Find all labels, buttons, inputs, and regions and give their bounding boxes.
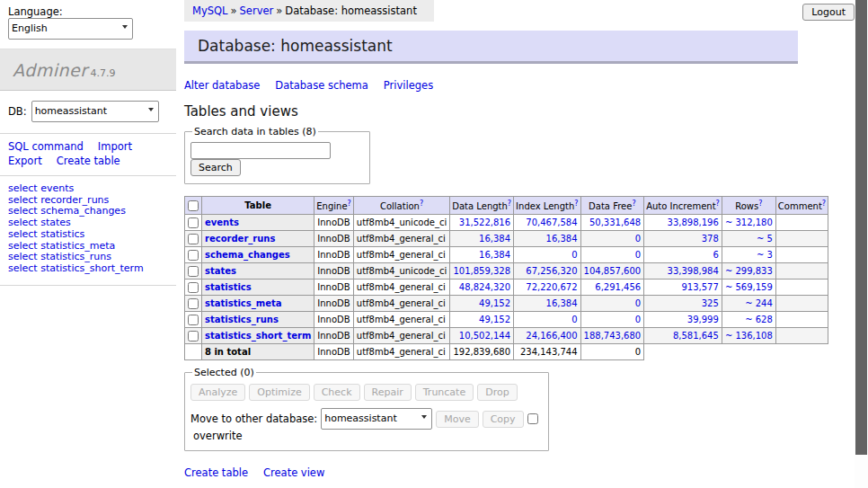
row-checkbox[interactable] bbox=[188, 234, 199, 244]
table-link[interactable]: statistics bbox=[205, 282, 252, 292]
row-checkbox[interactable] bbox=[188, 331, 199, 342]
db-select[interactable]: homeassistant bbox=[31, 101, 159, 122]
search-input[interactable] bbox=[190, 142, 331, 159]
sidebar-item-select-statistics[interactable]: select statistics bbox=[8, 228, 84, 240]
data-free-link[interactable]: 104,857,600 bbox=[584, 266, 642, 276]
overwrite-checkbox[interactable] bbox=[527, 413, 538, 424]
row-checkbox[interactable] bbox=[188, 217, 199, 228]
table-link[interactable]: events bbox=[205, 217, 239, 227]
auto-increment-link[interactable]: 8,581,645 bbox=[673, 331, 719, 341]
auto-increment-link[interactable]: 325 bbox=[702, 298, 719, 308]
index-length-link[interactable]: 0 bbox=[571, 315, 577, 324]
move-button[interactable]: Move bbox=[436, 411, 479, 428]
data-length-link[interactable]: 16,384 bbox=[479, 250, 510, 260]
breadcrumb-mysql-link[interactable]: MySQL bbox=[192, 4, 228, 17]
table-link[interactable]: statistics_runs bbox=[205, 315, 279, 324]
index-length-link[interactable]: 16,384 bbox=[546, 298, 578, 308]
privileges-link[interactable]: Privileges bbox=[384, 79, 433, 92]
data-free-link[interactable]: 188,743,680 bbox=[584, 331, 642, 341]
row-checkbox[interactable] bbox=[188, 282, 199, 293]
alter-database-link[interactable]: Alter database bbox=[184, 79, 260, 92]
sidebar-link-sql-command[interactable]: SQL command bbox=[8, 140, 84, 153]
data-free-link[interactable]: 0 bbox=[635, 250, 641, 260]
auto-increment-link[interactable]: 33,898,196 bbox=[668, 217, 719, 227]
index-length-link[interactable]: 67,256,320 bbox=[526, 266, 577, 276]
sidebar-link-import[interactable]: Import bbox=[98, 140, 132, 153]
auto-increment-link[interactable]: 378 bbox=[702, 234, 719, 244]
analyze-button[interactable]: Analyze bbox=[190, 384, 245, 401]
auto-increment-link[interactable]: 39,999 bbox=[687, 315, 719, 324]
database-schema-link[interactable]: Database schema bbox=[275, 79, 368, 92]
rows-count-link[interactable]: ~ 244 bbox=[745, 298, 773, 308]
rows-count-link[interactable]: ~ 569,159 bbox=[725, 282, 773, 292]
truncate-button[interactable]: Truncate bbox=[415, 384, 474, 401]
table-link[interactable]: recorder_runs bbox=[205, 234, 275, 244]
table-link[interactable]: states bbox=[205, 266, 236, 276]
table-link[interactable]: statistics_short_term bbox=[205, 331, 311, 341]
help-link-icon[interactable]: ? bbox=[758, 200, 762, 208]
rows-count-link[interactable]: ~ 3 bbox=[757, 250, 773, 260]
data-length-link[interactable]: 31,522,816 bbox=[459, 217, 510, 227]
table-link[interactable]: schema_changes bbox=[205, 250, 290, 260]
data-length-link[interactable]: 48,824,320 bbox=[459, 282, 510, 292]
optimize-button[interactable]: Optimize bbox=[249, 384, 309, 401]
help-link-icon[interactable]: ? bbox=[716, 200, 720, 208]
breadcrumb-server-link[interactable]: Server bbox=[240, 4, 274, 17]
data-free-link[interactable]: 6,291,456 bbox=[595, 282, 641, 292]
sidebar-item-select-recorder-runs[interactable]: select recorder_runs bbox=[8, 194, 109, 206]
sidebar-item-select-states[interactable]: select states bbox=[8, 217, 71, 228]
move-database-select[interactable]: homeassistant bbox=[321, 408, 432, 430]
sidebar-link-export[interactable]: Export bbox=[8, 155, 42, 167]
sidebar-item-select-statistics-meta[interactable]: select statistics_meta bbox=[8, 240, 115, 252]
help-link-icon[interactable]: ? bbox=[508, 200, 511, 208]
logout-button[interactable]: Logout bbox=[802, 4, 855, 21]
index-length-link[interactable]: 0 bbox=[571, 250, 577, 260]
row-checkbox[interactable] bbox=[188, 266, 199, 277]
row-checkbox[interactable] bbox=[188, 315, 199, 325]
rows-count-link[interactable]: ~ 312,180 bbox=[725, 217, 773, 227]
row-checkbox[interactable] bbox=[188, 298, 199, 309]
check-button[interactable]: Check bbox=[314, 384, 360, 401]
row-checkbox[interactable] bbox=[188, 250, 199, 261]
help-link-icon[interactable]: ? bbox=[348, 200, 351, 208]
index-length-link[interactable]: 72,220,672 bbox=[526, 282, 577, 292]
help-link-icon[interactable]: ? bbox=[632, 200, 635, 208]
help-link-icon[interactable]: ? bbox=[822, 200, 826, 208]
data-free-link[interactable]: 0 bbox=[635, 298, 641, 308]
rows-count-link[interactable]: ~ 5 bbox=[757, 234, 773, 244]
data-free-link[interactable]: 0 bbox=[635, 234, 641, 244]
sidebar-link-create-table[interactable]: Create table bbox=[57, 155, 120, 167]
create-view-link[interactable]: Create view bbox=[263, 466, 324, 479]
select-all-checkbox[interactable] bbox=[188, 200, 199, 211]
sidebar-item-select-events[interactable]: select events bbox=[8, 182, 74, 194]
drop-button[interactable]: Drop bbox=[477, 384, 517, 401]
table-link[interactable]: statistics_meta bbox=[205, 298, 281, 308]
data-length-link[interactable]: 10,502,144 bbox=[459, 331, 510, 341]
sidebar-item-select-statistics-runs[interactable]: select statistics_runs bbox=[8, 251, 111, 262]
index-length-link[interactable]: 70,467,584 bbox=[526, 217, 577, 227]
rows-count-link[interactable]: ~ 628 bbox=[745, 315, 773, 324]
sidebar-item-select-statistics-short-term[interactable]: select statistics_short_term bbox=[8, 262, 144, 274]
repair-button[interactable]: Repair bbox=[364, 384, 412, 401]
rows-count-link[interactable]: ~ 136,108 bbox=[725, 331, 773, 341]
data-free-link[interactable]: 50,331,648 bbox=[589, 217, 641, 227]
data-length-link[interactable]: 49,152 bbox=[479, 298, 510, 308]
scrollbar-track[interactable] bbox=[855, 0, 868, 488]
rows-count-link[interactable]: ~ 299,833 bbox=[725, 266, 773, 276]
create-table-link[interactable]: Create table bbox=[184, 466, 248, 479]
sidebar-item-select-schema-changes[interactable]: select schema_changes bbox=[8, 205, 126, 217]
data-length-link[interactable]: 16,384 bbox=[479, 234, 510, 244]
data-free-link[interactable]: 0 bbox=[635, 315, 641, 324]
data-length-link[interactable]: 101,859,328 bbox=[453, 266, 510, 276]
index-length-link[interactable]: 16,384 bbox=[546, 234, 578, 244]
auto-increment-link[interactable]: 6 bbox=[713, 250, 718, 260]
search-button[interactable]: Search bbox=[190, 159, 241, 176]
auto-increment-link[interactable]: 33,398,984 bbox=[668, 266, 719, 276]
language-select[interactable]: English bbox=[8, 18, 133, 40]
index-length-link[interactable]: 24,166,400 bbox=[526, 331, 577, 341]
data-length-link[interactable]: 49,152 bbox=[479, 315, 510, 324]
app-logo[interactable]: Adminer4.7.9 bbox=[0, 49, 176, 91]
help-link-icon[interactable]: ? bbox=[420, 200, 423, 208]
copy-button[interactable]: Copy bbox=[483, 411, 524, 428]
help-link-icon[interactable]: ? bbox=[574, 200, 578, 208]
